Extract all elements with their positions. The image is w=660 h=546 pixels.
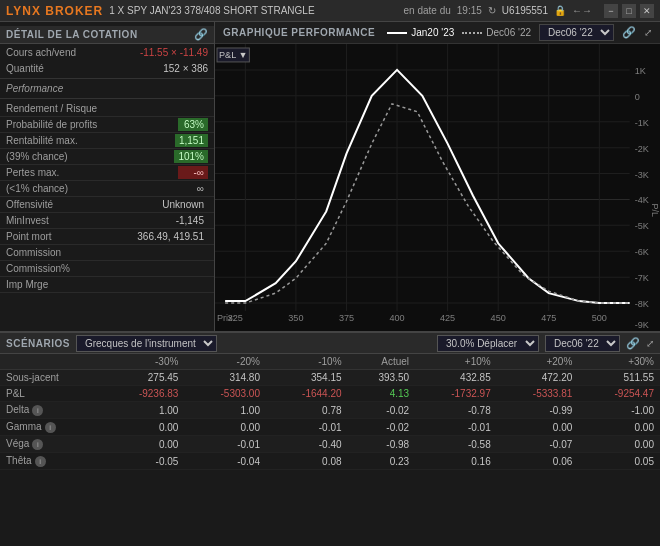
legend-solid-line bbox=[387, 32, 407, 34]
commission-pct-row: Commission% bbox=[0, 261, 214, 277]
scenarios-tbody: Sous-jacent275.45314.80354.15393.50432.8… bbox=[0, 370, 660, 470]
table-cell: -0.02 bbox=[348, 402, 416, 419]
titlebar: LYNX BROKER 1 X SPY JAN'23 378/408 SHORT… bbox=[0, 0, 660, 22]
commission-value bbox=[178, 252, 208, 254]
svg-text:500: 500 bbox=[592, 313, 607, 323]
scenarios-link-icon[interactable]: 🔗 bbox=[626, 337, 640, 350]
pointmort-row: Point mort 366.49, 419.51 bbox=[0, 229, 214, 245]
table-cell: 0.00 bbox=[497, 419, 579, 436]
svg-text:400: 400 bbox=[389, 313, 404, 323]
offensivite-row: Offensivité Unknown bbox=[0, 197, 214, 213]
minimize-button[interactable]: − bbox=[604, 4, 618, 18]
greques-dropdown[interactable]: Grecques de l'instrument bbox=[76, 335, 217, 352]
info-icon[interactable]: i bbox=[45, 422, 56, 433]
legend-jan-label: Jan20 '23 bbox=[411, 27, 454, 38]
table-cell: -0.01 bbox=[415, 419, 497, 436]
rentab-row: Rentabilité max. 1,151 bbox=[0, 133, 214, 149]
refresh-icon[interactable]: ↻ bbox=[488, 5, 496, 16]
commission-label: Commission bbox=[6, 247, 178, 258]
datetime-label: en date du bbox=[404, 5, 451, 16]
table-cell: 0.78 bbox=[266, 402, 348, 419]
table-cell: -0.04 bbox=[184, 453, 266, 470]
row-label: Gammai bbox=[0, 419, 103, 436]
svg-text:-7K: -7K bbox=[635, 273, 649, 283]
table-cell: 0.08 bbox=[266, 453, 348, 470]
table-cell: -0.02 bbox=[348, 419, 416, 436]
svg-text:P&L ▼: P&L ▼ bbox=[219, 50, 247, 60]
table-cell: 0.16 bbox=[415, 453, 497, 470]
info-icon[interactable]: i bbox=[35, 456, 46, 467]
performance-label: Performance bbox=[0, 81, 214, 96]
table-cell: 432.85 bbox=[415, 370, 497, 386]
chart-link-icon[interactable]: 🔗 bbox=[622, 26, 636, 39]
pointmort-value: 366.49, 419.51 bbox=[133, 230, 208, 243]
table-cell: 0.00 bbox=[103, 419, 185, 436]
nav-arrows[interactable]: ←→ bbox=[572, 5, 592, 16]
col-header-m10: -10% bbox=[266, 354, 348, 370]
table-cell: 275.45 bbox=[103, 370, 185, 386]
table-cell: -9254.47 bbox=[578, 386, 660, 402]
table-cell: -1732.97 bbox=[415, 386, 497, 402]
scenarios-header-right: 30.0% Déplacer Dec06 '22 🔗 ⤢ bbox=[437, 335, 654, 352]
mininvest-label: MinInvest bbox=[6, 215, 172, 226]
scenarios-table: -30% -20% -10% Actuel +10% +20% +30% Sou… bbox=[0, 354, 660, 470]
rentab-label: Rentabilité max. bbox=[6, 135, 175, 146]
mininvest-value: -1,145 bbox=[172, 214, 208, 227]
maximize-button[interactable]: □ bbox=[622, 4, 636, 18]
col-header-p20: +20% bbox=[497, 354, 579, 370]
cours-value: -11.55 × -11.49 bbox=[140, 47, 208, 58]
svg-text:-4K: -4K bbox=[635, 196, 649, 206]
quantite-label: Quantité bbox=[6, 63, 163, 74]
col-header-actuel: Actuel bbox=[348, 354, 416, 370]
svg-text:-3K: -3K bbox=[635, 170, 649, 180]
table-cell: 314.80 bbox=[184, 370, 266, 386]
divider-1 bbox=[0, 78, 214, 79]
window-controls: − □ ✕ bbox=[604, 4, 654, 18]
table-cell: -5333.81 bbox=[497, 386, 579, 402]
legend-dec: Dec06 '22 bbox=[462, 27, 531, 38]
table-cell: 472.20 bbox=[497, 370, 579, 386]
move-dropdown[interactable]: 30.0% Déplacer bbox=[437, 335, 539, 352]
pertes-chance-row: (<1% chance) ∞ bbox=[0, 181, 214, 197]
table-row: Deltai1.001.000.78-0.02-0.78-0.99-1.00 bbox=[0, 402, 660, 419]
table-cell: 0.05 bbox=[578, 453, 660, 470]
rentab-pct-row: (39% chance) 101% bbox=[0, 149, 214, 165]
cotation-link-icon[interactable]: 🔗 bbox=[194, 28, 209, 41]
table-cell: 0.00 bbox=[184, 419, 266, 436]
info-icon[interactable]: i bbox=[32, 405, 43, 416]
imp-mrge-row: Imp Mrge bbox=[0, 277, 214, 293]
table-cell: -0.78 bbox=[415, 402, 497, 419]
table-cell: 393.50 bbox=[348, 370, 416, 386]
table-cell: -0.58 bbox=[415, 436, 497, 453]
info-icon[interactable]: i bbox=[32, 439, 43, 450]
pertes-label: Pertes max. bbox=[6, 167, 178, 178]
chart-title: GRAPHIQUE PERFORMANCE bbox=[223, 27, 375, 38]
table-cell: -0.40 bbox=[266, 436, 348, 453]
legend-dotted-line bbox=[462, 32, 482, 34]
svg-text:425: 425 bbox=[440, 313, 455, 323]
table-cell: 4.13 bbox=[348, 386, 416, 402]
table-cell: -0.99 bbox=[497, 402, 579, 419]
date-dropdown[interactable]: Dec06 '22 bbox=[545, 335, 620, 352]
rendement-row: Rendement / Risque bbox=[0, 101, 214, 117]
chart-expand-icon[interactable]: ⤢ bbox=[644, 27, 652, 38]
cotation-title: DÉTAIL DE LA COTATION bbox=[6, 29, 138, 40]
rentab-value: 1,151 bbox=[175, 134, 208, 147]
chart-date-select[interactable]: Dec06 '22 bbox=[539, 24, 614, 41]
rendement-label: Rendement / Risque bbox=[6, 103, 178, 114]
commission-row: Commission bbox=[0, 245, 214, 261]
scenarios-expand-icon[interactable]: ⤢ bbox=[646, 338, 654, 349]
offensivite-label: Offensivité bbox=[6, 199, 158, 210]
table-cell: -0.01 bbox=[184, 436, 266, 453]
user-id: U6195551 bbox=[502, 5, 548, 16]
quantite-value: 152 × 386 bbox=[163, 63, 208, 74]
table-row: Gammai0.000.00-0.01-0.02-0.010.000.00 bbox=[0, 419, 660, 436]
left-panel: DÉTAIL DE LA COTATION 🔗 Cours ach/vend -… bbox=[0, 22, 215, 331]
svg-text:Prix:: Prix: bbox=[217, 313, 235, 323]
table-cell: 511.55 bbox=[578, 370, 660, 386]
rentab-pct-label: (39% chance) bbox=[6, 151, 174, 162]
close-button[interactable]: ✕ bbox=[640, 4, 654, 18]
scenarios-header: SCÉNARIOS Grecques de l'instrument 30.0%… bbox=[0, 332, 660, 354]
table-cell: -0.05 bbox=[103, 453, 185, 470]
scenarios-title: SCÉNARIOS bbox=[6, 338, 70, 349]
